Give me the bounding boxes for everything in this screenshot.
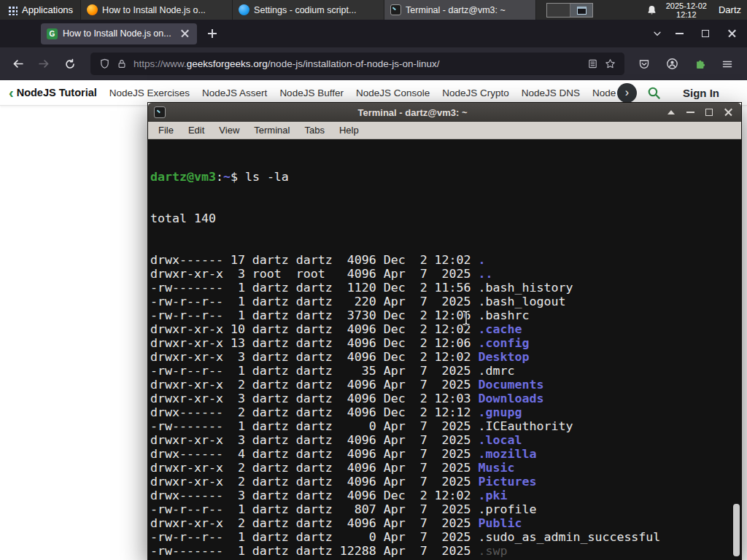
workspace-switcher[interactable] xyxy=(546,3,593,18)
panel-time: 12:12 xyxy=(666,10,707,19)
terminal-command: ls -la xyxy=(245,170,289,184)
terminal-line: -rw------- 1 dartz dartz 12288 Apr 7 202… xyxy=(150,544,741,558)
codium-icon xyxy=(239,4,249,15)
browser-close-button[interactable] xyxy=(721,23,743,44)
lock-icon[interactable] xyxy=(117,58,127,69)
terminal-line: -rw-r--r-- 1 dartz dartz 35 Apr 7 2025 .… xyxy=(150,364,741,378)
terminal-line: drwxr-xr-x 2 dartz dartz 4096 Apr 7 2025… xyxy=(150,378,741,392)
search-icon[interactable] xyxy=(647,86,661,100)
terminal-icon xyxy=(390,4,401,15)
terminal-menu-file[interactable]: File xyxy=(151,125,181,136)
terminal-menu-help[interactable]: Help xyxy=(332,125,366,136)
site-nav-link[interactable]: NodeJS Crypto xyxy=(442,88,509,98)
panel-date: 2025-12-02 xyxy=(666,1,707,10)
geeksforgeeks-favicon: G xyxy=(47,28,58,39)
panel-window-title: Terminal - dartz@vm3: ~ xyxy=(406,5,506,15)
panel-window-title: How to Install Node.js o... xyxy=(102,5,206,15)
terminal-listing: drwx------ 17 dartz dartz 4096 Dec 2 12:… xyxy=(150,253,741,560)
reader-mode-icon[interactable] xyxy=(587,58,598,69)
reload-button[interactable] xyxy=(58,53,82,75)
panel-window-button[interactable]: Terminal - dartz@vm3: ~ xyxy=(384,0,536,20)
firefox-icon xyxy=(87,4,98,15)
terminal-line: drwxr-xr-x 2 dartz dartz 4096 Apr 7 2025… xyxy=(150,516,741,530)
terminal-line: drwxr-xr-x 2 dartz dartz 4096 Apr 7 2025… xyxy=(150,461,741,475)
browser-tab-active[interactable]: G How to Install Node.js on... xyxy=(41,23,197,44)
notification-bell-icon[interactable] xyxy=(646,4,657,16)
terminal-menu-edit[interactable]: Edit xyxy=(181,125,212,136)
pocket-icon[interactable] xyxy=(633,53,655,75)
site-nav-link[interactable]: Node xyxy=(592,88,616,98)
applications-menu-button[interactable]: Applications xyxy=(0,0,80,20)
workspace-cell-active[interactable] xyxy=(570,4,593,17)
browser-minimize-button[interactable] xyxy=(668,23,690,44)
terminal-titlebar[interactable]: Terminal - dartz@vm3: ~ xyxy=(148,103,741,122)
site-nav-link[interactable]: NodeJS Buffer xyxy=(279,88,344,98)
sign-in-button[interactable]: Sign In xyxy=(683,87,719,99)
panel-clock[interactable]: 2025-12-02 12:12 xyxy=(666,1,707,19)
terminal-menu-tabs[interactable]: Tabs xyxy=(297,125,331,136)
mouse-ibeam-cursor xyxy=(461,310,471,326)
terminal-menu-terminal[interactable]: Terminal xyxy=(247,125,297,136)
browser-maximize-button[interactable] xyxy=(694,23,716,44)
browser-toolbar: https://www.geeksforgeeks.org/node-js/in… xyxy=(0,47,747,80)
applications-grid-icon xyxy=(7,5,18,15)
terminal-line: -rw-r--r-- 1 dartz dartz 0 Apr 7 2025 .s… xyxy=(150,530,741,544)
site-nav-link[interactable]: NodeJS Assert xyxy=(202,88,267,98)
extension-puzzle-icon[interactable] xyxy=(689,53,711,75)
new-tab-button[interactable] xyxy=(203,24,222,43)
terminal-line: drwxr-xr-x 10 dartz dartz 4096 Dec 2 12:… xyxy=(150,322,741,336)
terminal-line: drwxr-xr-x 3 root root 4096 Apr 7 2025 .… xyxy=(150,267,741,281)
panel-username: Dartz xyxy=(719,4,741,15)
terminal-line: -rw------- 1 dartz dartz 1120 Dec 2 11:5… xyxy=(150,281,741,295)
bookmark-star-icon[interactable] xyxy=(605,58,616,69)
terminal-title: Terminal - dartz@vm3: ~ xyxy=(166,107,659,118)
applications-label: Applications xyxy=(22,4,73,15)
tab-bar: G How to Install Node.js on... xyxy=(0,20,747,47)
list-all-tabs-button[interactable] xyxy=(646,23,668,44)
panel-window-button[interactable]: How to Install Node.js o... xyxy=(81,0,233,20)
terminal-line: -rw-r--r-- 1 dartz dartz 807 Apr 7 2025 … xyxy=(150,502,741,516)
back-button[interactable] xyxy=(6,53,29,75)
workspace-cell[interactable] xyxy=(547,4,570,17)
terminal-line: -rw-r--r-- 1 dartz dartz 3730 Dec 2 12:0… xyxy=(150,308,741,322)
forward-button[interactable] xyxy=(32,53,55,75)
terminal-close-button[interactable] xyxy=(721,105,735,120)
panel-window-button[interactable]: Settings - codium script... xyxy=(233,0,384,20)
terminal-line: drwxr-xr-x 3 dartz dartz 4096 Dec 2 12:0… xyxy=(150,392,741,405)
terminal-line: drwx------ 2 dartz dartz 4096 Dec 2 12:1… xyxy=(150,405,741,419)
terminal-total-line: total 140 xyxy=(150,211,741,225)
terminal-window: Terminal - dartz@vm3: ~ FileEditViewTerm… xyxy=(147,102,742,560)
terminal-output[interactable]: dartz@vm3:~$ ls -la total 140 drwx------… xyxy=(148,139,741,560)
site-nav-link[interactable]: NodeJS Exercises xyxy=(109,88,190,98)
terminal-line: drwxr-xr-x 3 dartz dartz 4096 Apr 7 2025… xyxy=(150,433,741,447)
panel-window-buttons: How to Install Node.js o...Settings - co… xyxy=(80,0,536,20)
terminal-scrollbar-thumb[interactable] xyxy=(733,504,740,556)
site-nav-link[interactable]: NodeJS DNS xyxy=(522,88,580,98)
url-text[interactable]: https://www.geeksforgeeks.org/node-js/in… xyxy=(133,58,581,69)
mini-terminal-window-icon xyxy=(577,7,587,15)
site-nav-link[interactable]: NodeJS Console xyxy=(356,88,430,98)
top-panel: Applications How to Install Node.js o...… xyxy=(0,0,747,20)
terminal-minimize-button[interactable] xyxy=(683,105,697,120)
terminal-line: drwxr-xr-x 13 dartz dartz 4096 Dec 2 12:… xyxy=(150,336,741,350)
terminal-line: -rw-r--r-- 1 dartz dartz 220 Apr 7 2025 … xyxy=(150,295,741,308)
terminal-maximize-button[interactable] xyxy=(702,105,716,120)
terminal-menubar: FileEditViewTerminalTabsHelp xyxy=(148,122,741,139)
terminal-line: drwx------ 4 dartz dartz 4096 Apr 7 2025… xyxy=(150,447,741,461)
terminal-menu-view[interactable]: View xyxy=(212,125,247,136)
site-nav-link[interactable]: NodeJS Tutorial xyxy=(17,87,97,98)
terminal-shade-button[interactable] xyxy=(664,105,678,120)
url-bar[interactable]: https://www.geeksforgeeks.org/node-js/in… xyxy=(90,52,624,75)
menu-hamburger-icon[interactable] xyxy=(716,53,738,75)
nav-scroll-right-button[interactable]: › xyxy=(617,83,637,103)
tab-title: How to Install Node.js on... xyxy=(63,28,173,39)
tab-close-icon[interactable] xyxy=(178,27,191,40)
terminal-line: drwx------ 3 dartz dartz 4096 Dec 2 12:0… xyxy=(150,489,741,502)
panel-window-title: Settings - codium script... xyxy=(254,5,356,15)
terminal-line: -rw------- 1 dartz dartz 0 Apr 7 2025 .I… xyxy=(150,419,741,433)
account-icon[interactable] xyxy=(661,53,683,75)
nav-scroll-left-icon[interactable]: ‹ xyxy=(9,85,14,101)
terminal-line: drwx------ 17 dartz dartz 4096 Dec 2 12:… xyxy=(150,253,741,267)
terminal-line: drwxr-xr-x 2 dartz dartz 4096 Apr 7 2025… xyxy=(150,475,741,489)
tracking-shield-icon[interactable] xyxy=(99,58,110,69)
